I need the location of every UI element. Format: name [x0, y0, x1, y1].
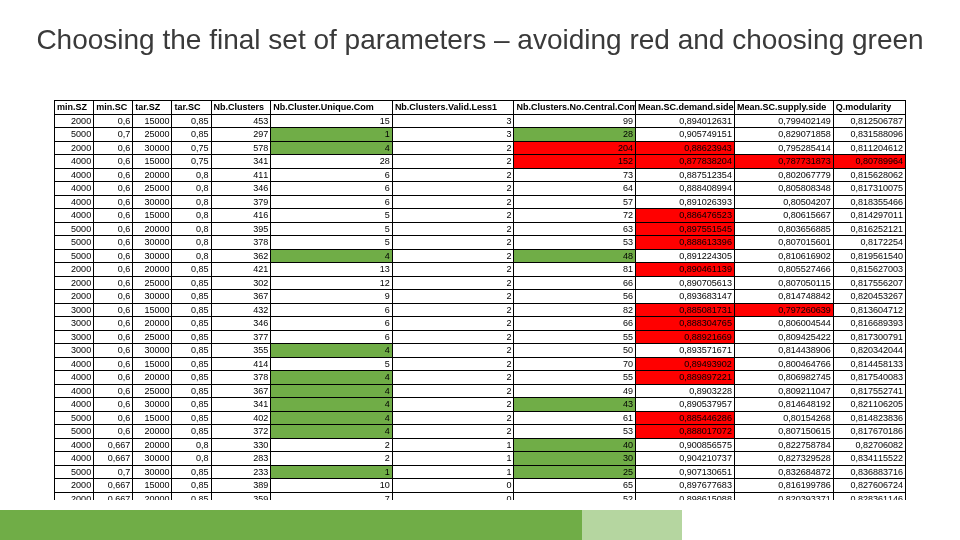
- cell: 20000: [133, 371, 172, 385]
- cell: 1: [392, 465, 514, 479]
- cell: 0,8172254: [833, 236, 905, 250]
- cell: 0,817552741: [833, 384, 905, 398]
- cell: 0,667: [94, 479, 133, 493]
- table-row: 50000,6300000,836242480,8912243050,81061…: [55, 249, 906, 263]
- cell: 2000: [55, 492, 94, 500]
- cell: 0,897551545: [636, 222, 735, 236]
- cell: 30000: [133, 249, 172, 263]
- cell: 30000: [133, 236, 172, 250]
- cell: 377: [211, 330, 271, 344]
- cell: 0,85: [172, 276, 211, 290]
- cell: 0,889897221: [636, 371, 735, 385]
- cell: 2: [392, 303, 514, 317]
- cell: 0,667: [94, 492, 133, 500]
- cell: 2: [392, 236, 514, 250]
- cell: 0,85: [172, 330, 211, 344]
- column-header: min.SZ: [55, 101, 94, 115]
- cell: 0,810616902: [734, 249, 833, 263]
- cell: 0,800464766: [734, 357, 833, 371]
- cell: 5: [271, 236, 393, 250]
- cell: 20000: [133, 317, 172, 331]
- cell: 4000: [55, 398, 94, 412]
- cell: 302: [211, 276, 271, 290]
- cell: 0,886476523: [636, 209, 735, 223]
- cell: 0,8: [172, 209, 211, 223]
- cell: 0,803656885: [734, 222, 833, 236]
- footer-bar-dark: [0, 510, 582, 540]
- cell: 0,817556207: [833, 276, 905, 290]
- cell: 414: [211, 357, 271, 371]
- cell: 0,6: [94, 141, 133, 155]
- cell: 1: [392, 438, 514, 452]
- cell: 30000: [133, 290, 172, 304]
- cell: 0,85: [172, 263, 211, 277]
- cell: 0,85: [172, 128, 211, 142]
- cell: 0,891224305: [636, 249, 735, 263]
- cell: 578: [211, 141, 271, 155]
- cell: 64: [514, 182, 636, 196]
- cell: 1: [271, 465, 393, 479]
- table-row: 50000,7250000,8529713280,9057491510,8290…: [55, 128, 906, 142]
- column-header: tar.SZ: [133, 101, 172, 115]
- table-row: 50000,7300000,8523311250,9071306510,8326…: [55, 465, 906, 479]
- cell: 25: [514, 465, 636, 479]
- cell: 0,787731873: [734, 155, 833, 169]
- cell: 15000: [133, 357, 172, 371]
- cell: 25000: [133, 330, 172, 344]
- cell: 43: [514, 398, 636, 412]
- cell: 0,8: [172, 438, 211, 452]
- cell: 0: [392, 479, 514, 493]
- table-row: 50000,6200000,8537242530,8880170720,8071…: [55, 425, 906, 439]
- cell: 0,85: [172, 425, 211, 439]
- cell: 4: [271, 398, 393, 412]
- cell: 0,85: [172, 114, 211, 128]
- table-row: 40000,667200000,833021400,9008565750,822…: [55, 438, 906, 452]
- cell: 297: [211, 128, 271, 142]
- table-row: 20000,667200000,8535970520,8986150880,82…: [55, 492, 906, 500]
- cell: 346: [211, 182, 271, 196]
- table-row: 40000,6150000,8541452700,894939020,80046…: [55, 357, 906, 371]
- cell: 61: [514, 411, 636, 425]
- cell: 4: [271, 425, 393, 439]
- cell: 0,75: [172, 155, 211, 169]
- cell: 0,816689393: [833, 317, 905, 331]
- cell: 0,904210737: [636, 452, 735, 466]
- cell: 0,805808348: [734, 182, 833, 196]
- cell: 341: [211, 398, 271, 412]
- cell: 2: [392, 155, 514, 169]
- cell: 204: [514, 141, 636, 155]
- cell: 66: [514, 276, 636, 290]
- cell: 0,8: [172, 182, 211, 196]
- cell: 28: [514, 128, 636, 142]
- cell: 0,8: [172, 236, 211, 250]
- cell: 12: [271, 276, 393, 290]
- cell: 0,6: [94, 344, 133, 358]
- cell: 5: [271, 222, 393, 236]
- cell: 15000: [133, 209, 172, 223]
- cell: 0,818355466: [833, 195, 905, 209]
- cell: 10: [271, 479, 393, 493]
- cell: 25000: [133, 128, 172, 142]
- cell: 0,832684872: [734, 465, 833, 479]
- cell: 0,6: [94, 276, 133, 290]
- cell: 0,667: [94, 438, 133, 452]
- column-header: Nb.Clusters: [211, 101, 271, 115]
- cell: 0,891026393: [636, 195, 735, 209]
- cell: 4: [271, 371, 393, 385]
- cell: 0,85: [172, 479, 211, 493]
- cell: 5000: [55, 411, 94, 425]
- cell: 2: [392, 330, 514, 344]
- cell: 2: [392, 371, 514, 385]
- cell: 30000: [133, 344, 172, 358]
- column-header: Mean.SC.supply.side: [734, 101, 833, 115]
- cell: 4000: [55, 438, 94, 452]
- table-row: 30000,6250000,8537762550,889216690,80942…: [55, 330, 906, 344]
- cell: 362: [211, 249, 271, 263]
- cell: 2000: [55, 141, 94, 155]
- cell: 28: [271, 155, 393, 169]
- cell: 402: [211, 411, 271, 425]
- cell: 4000: [55, 168, 94, 182]
- table-row: 40000,6150000,753412821520,8778382040,78…: [55, 155, 906, 169]
- cell: 25000: [133, 384, 172, 398]
- cell: 0,88623943: [636, 141, 735, 155]
